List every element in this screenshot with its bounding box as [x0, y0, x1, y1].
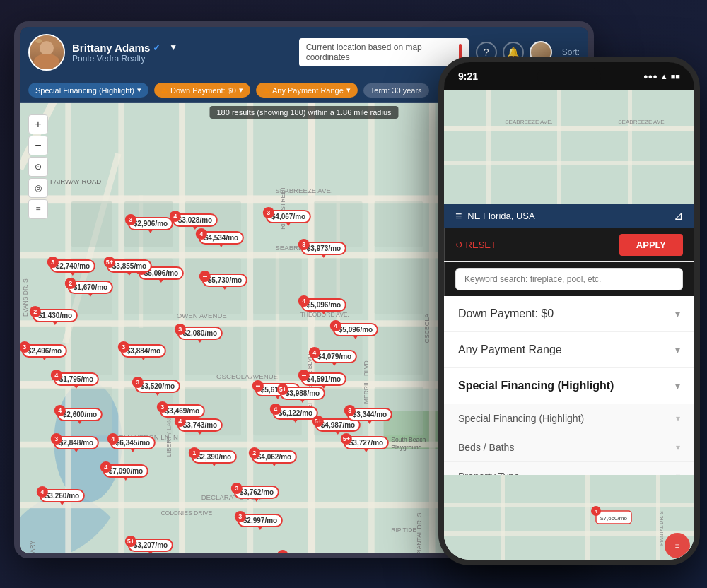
verified-badge: ✓	[153, 42, 160, 53]
down-payment-filter[interactable]: ⚠ Down Payment: $0 ▾	[154, 83, 250, 98]
svg-rect-55	[375, 327, 423, 375]
svg-rect-56	[314, 387, 363, 436]
keyword-search-input[interactable]	[455, 268, 683, 290]
agent-logo	[28, 34, 65, 71]
term-filter[interactable]: Term: 30 years	[363, 83, 429, 98]
sub-label-special: Special Financing (Highlight)	[458, 413, 584, 424]
svg-rect-46	[71, 387, 112, 436]
special-financing-filter-item[interactable]: Special Financing (Highlight) ▾	[444, 368, 694, 404]
sub-chevron-special: ▾	[676, 413, 680, 423]
warning-icon: ⚠	[161, 86, 168, 94]
svg-rect-49	[253, 387, 302, 436]
hamburger-icon[interactable]: ≡	[455, 210, 462, 223]
svg-rect-15	[368, 103, 375, 553]
dynamic-island	[537, 68, 601, 85]
svg-rect-11	[118, 103, 124, 553]
svg-rect-13	[247, 103, 254, 553]
svg-rect-69	[557, 90, 561, 204]
svg-rect-51	[375, 201, 423, 247]
apply-button[interactable]: APPLY	[619, 234, 683, 256]
svg-text:SANCTUARY: SANCTUARY	[29, 541, 36, 553]
phone-bottom-map-svg: $7,660/mo 4 PIANTAL DR. S ≡	[444, 475, 694, 560]
results-banner: 180 results (showing 180) within a 1.86 …	[209, 106, 398, 119]
svg-rect-47	[124, 387, 173, 436]
zoom-in-button[interactable]: +	[28, 114, 48, 134]
svg-text:THEODORE AVE.: THEODORE AVE.	[300, 311, 349, 318]
special-financing-chevron: ▾	[675, 380, 680, 392]
phone-location-text: ≡ NE Florida, USA	[455, 210, 535, 223]
svg-text:South Beach: South Beach	[391, 436, 426, 443]
phone-time: 9:21	[458, 71, 478, 82]
agent-info: Brittany Adams ✓ ▼ Ponte Vedra Realty	[72, 42, 177, 64]
svg-rect-54	[314, 327, 363, 375]
svg-text:COLONIES DRIVE: COLONIES DRIVE	[160, 510, 212, 517]
down-payment-filter-item[interactable]: Down Payment: $0 ▾	[444, 296, 694, 332]
svg-rect-38	[71, 258, 112, 314]
svg-rect-40	[185, 258, 241, 314]
wifi-icon: ▲	[660, 72, 668, 81]
svg-rect-43	[124, 327, 173, 375]
sub-filter-special-financing[interactable]: Special Financing (Highlight) ▾	[444, 404, 694, 433]
svg-rect-66	[444, 126, 694, 131]
phone-map-top: SEABREEZE AVE. SEABREEZE AVE. $7,660/mo …	[444, 90, 694, 204]
sub-filter-beds-baths[interactable]: Beds / Baths ▾	[444, 433, 694, 462]
svg-rect-53	[375, 258, 423, 314]
phone-location-bar: ≡ NE Florida, USA ⊿	[444, 204, 694, 228]
zoom-out-button[interactable]: −	[28, 136, 48, 155]
special-financing-label: Special Financing (Highlight)	[458, 380, 614, 392]
svg-text:PIANTAL DR. S: PIANTAL DR. S	[659, 511, 664, 546]
location-search-bar[interactable]: Current location based on map coordinate…	[299, 38, 469, 66]
svg-text:INDEPENDENCE BLVD: INDEPENDENCE BLVD	[306, 353, 313, 418]
compass-button[interactable]: ◎	[28, 178, 48, 198]
svg-rect-81	[585, 475, 590, 560]
svg-rect-12	[179, 103, 185, 553]
sub-label-beds: Beds / Baths	[458, 442, 514, 453]
svg-text:OSCEOLA: OSCEOLA	[423, 314, 431, 343]
svg-text:MERRILL BLVD: MERRILL BLVD	[363, 360, 370, 404]
payment-range-filter[interactable]: ⚠ Any Payment Range ▾	[256, 83, 358, 98]
svg-rect-44	[185, 327, 241, 375]
map-controls: + − ⊙ ◎ ≡	[28, 114, 48, 219]
svg-rect-42	[71, 327, 112, 375]
svg-rect-65	[444, 90, 694, 204]
svg-rect-37	[185, 201, 241, 247]
main-filter-section: Down Payment: $0 ▾ Any Payment Range ▾ S…	[444, 296, 694, 404]
svg-rect-68	[486, 90, 491, 204]
special-financing-filter[interactable]: Special Financing (Highlight) ▾	[28, 83, 148, 98]
agent-dropdown-arrow[interactable]: ▼	[169, 42, 177, 52]
svg-text:$7,660/mo: $7,660/mo	[600, 515, 627, 522]
phone-frame: 9:21 ●●● ▲ ■■ SEABREEZE AVE. SEABREEZE A…	[438, 57, 700, 565]
svg-rect-50	[314, 201, 363, 247]
payment-range-filter-item[interactable]: Any Payment Range ▾	[444, 332, 694, 368]
locate-button[interactable]: ⊙	[28, 157, 48, 177]
sort-label: Sort:	[562, 47, 580, 57]
reset-button[interactable]: ↺ RESET	[455, 240, 496, 250]
svg-text:4: 4	[595, 509, 597, 514]
agent-name: Brittany Adams ✓ ▼	[72, 42, 177, 54]
svg-rect-67	[444, 161, 694, 165]
signal-icon: ●●●	[643, 72, 658, 81]
svg-text:FAIRWAY ROAD: FAIRWAY ROAD	[50, 177, 101, 185]
filter-funnel-icon[interactable]: ⊿	[674, 209, 683, 223]
svg-text:≡: ≡	[675, 542, 679, 550]
svg-rect-80	[501, 475, 505, 560]
down-payment-chevron: ▾	[675, 308, 680, 319]
svg-text:EVANS DR. S: EVANS DR. S	[22, 278, 29, 317]
phone-status-bar: 9:21 ●●● ▲ ■■	[444, 62, 694, 90]
phone-map-svg: SEABREEZE AVE. SEABREEZE AVE. $7,660/mo …	[444, 90, 694, 204]
svg-rect-35	[71, 201, 112, 247]
svg-text:Playground: Playground	[391, 444, 422, 451]
svg-text:SEABREEZE AVE.: SEABREEZE AVE.	[505, 119, 552, 125]
phone-status-icons: ●●● ▲ ■■	[643, 72, 680, 81]
phone-reset-apply-bar: ↺ RESET APPLY	[444, 228, 694, 262]
svg-rect-70	[628, 90, 632, 204]
svg-rect-41	[253, 258, 302, 314]
svg-rect-45	[253, 327, 302, 375]
svg-rect-48	[185, 387, 241, 436]
payment-range-chevron: ▾	[675, 344, 680, 355]
layers-button[interactable]: ≡	[28, 199, 48, 219]
svg-rect-39	[124, 258, 173, 314]
payment-range-label: Any Payment Range	[458, 343, 562, 356]
down-payment-label: Down Payment: $0	[458, 307, 554, 320]
svg-rect-57	[375, 387, 423, 436]
